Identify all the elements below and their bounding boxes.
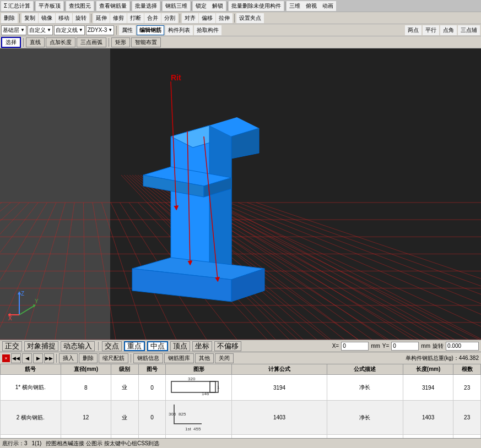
btn-lock[interactable]: 锁定 bbox=[193, 1, 209, 11]
btn-scale-rebar[interactable]: 缩尺配筋 bbox=[99, 353, 128, 363]
nav-last[interactable]: ▶▶ bbox=[44, 353, 54, 363]
table-row[interactable]: 2 横向钢筋. 12 业 0 306 825 1st 455 1403 净长 1… bbox=[1, 401, 481, 435]
sep1 bbox=[34, 2, 35, 10]
dropdown-zdyx[interactable]: ZDYX-3 ▼ bbox=[86, 25, 114, 35]
btn-edit-rebar[interactable]: 编辑钢筋 bbox=[137, 25, 164, 35]
btn-top-view[interactable]: 俯视 bbox=[303, 1, 320, 11]
btn-delete[interactable]: 删除 bbox=[1, 13, 18, 23]
btn-parallel[interactable]: 平行 bbox=[423, 25, 439, 35]
btn-rebar-lib[interactable]: 钢筋图库 bbox=[164, 353, 194, 363]
calc-icon: Σ bbox=[4, 3, 7, 9]
btn-trim[interactable]: 修剪 bbox=[110, 13, 127, 23]
btn-copy[interactable]: 复制 bbox=[21, 13, 38, 23]
svg-text:Z: Z bbox=[21, 291, 24, 297]
dropdown-layer[interactable]: 基础层 ▼ bbox=[1, 25, 26, 35]
dropdown-custom1[interactable]: 自定义 ▼ bbox=[28, 25, 53, 35]
btn-animation[interactable]: 动画 bbox=[320, 1, 336, 11]
btn-break[interactable]: 打断 bbox=[127, 13, 144, 23]
sep4-1 bbox=[23, 38, 24, 47]
dropdown-layer-arrow: ▼ bbox=[20, 28, 25, 32]
btn-line[interactable]: 直线 bbox=[26, 37, 45, 47]
btn-smart-place[interactable]: 智能布置 bbox=[131, 37, 161, 47]
viewport-3d[interactable]: Z Y X bbox=[0, 48, 481, 340]
btn-point-add-length[interactable]: 点加长度 bbox=[46, 37, 75, 47]
btn-rebar-3d[interactable]: 钢筋三维 bbox=[163, 1, 190, 11]
sep2-4 bbox=[234, 14, 235, 23]
rotate-label: 旋转 bbox=[433, 342, 444, 350]
sep6 bbox=[191, 2, 192, 10]
btn-ortho[interactable]: 正交 bbox=[2, 341, 22, 351]
btn-coord[interactable]: 坐标 bbox=[192, 341, 212, 351]
x-coord-label: X= bbox=[332, 343, 339, 349]
btn-dynamic-input[interactable]: 动态输入 bbox=[61, 341, 95, 351]
btn-midweight[interactable]: 重点 bbox=[124, 341, 145, 351]
btn-select[interactable]: 选择 bbox=[1, 37, 21, 48]
btn-unlock[interactable]: 解锁 bbox=[209, 1, 226, 11]
btn-offset[interactable]: 偏移 bbox=[199, 13, 215, 23]
btn-point-angle[interactable]: 点角 bbox=[440, 25, 457, 35]
btn-find-elem[interactable]: 查找图元 bbox=[66, 1, 94, 11]
dropdown-custom-line[interactable]: 自定义线 ▼ bbox=[54, 25, 85, 35]
sep2-1 bbox=[19, 14, 20, 23]
sep4 bbox=[131, 2, 131, 10]
nav-first[interactable]: ◀◀ bbox=[11, 353, 21, 363]
btn-view-rebar[interactable]: 查看钢筋量 bbox=[96, 1, 129, 11]
btn-extend[interactable]: 延伸 bbox=[93, 13, 110, 23]
y-coord-label: Y= bbox=[382, 343, 390, 349]
btn-close[interactable]: 关闭 bbox=[215, 353, 234, 363]
svg-text:1: 1 bbox=[217, 385, 220, 390]
data-table-container: 筋号 直径(mm) 级别 图号 图形 计算公式 公式描述 长度(mm) 根数 1… bbox=[0, 364, 481, 438]
btn-three-point[interactable]: 三点辅 bbox=[458, 25, 480, 35]
btn-other[interactable]: 其他 bbox=[195, 353, 214, 363]
dropdown-custom-line-arrow: ▼ bbox=[79, 28, 83, 32]
btn-stretch[interactable]: 拉伸 bbox=[216, 13, 233, 23]
btn-pick-component[interactable]: 拾取构件 bbox=[194, 25, 221, 35]
btn-summary-calc[interactable]: Σ汇总计算 bbox=[1, 1, 33, 11]
btn-snap[interactable]: 对象捕捉 bbox=[24, 341, 58, 351]
toolbar-row-3: 基础层 ▼ 自定义 ▼ 自定义线 ▼ ZDYX-3 ▼ 属性 编辑钢筋 构件列表… bbox=[0, 24, 481, 36]
y-coord-input[interactable] bbox=[391, 342, 419, 351]
btn-nav-delete[interactable]: 删除 bbox=[79, 353, 98, 363]
toolbar-row-4: 选择 直线 点加长度 三点画弧 矩形 智能布置 bbox=[0, 36, 481, 48]
btn-component-list[interactable]: 构件列表 bbox=[165, 25, 193, 35]
table-row[interactable]: 1* 横向钢筋. 8 业 0 320 146 1 3194 净长 3194 23 bbox=[1, 375, 481, 401]
btn-set-grip[interactable]: 设置夹点 bbox=[236, 13, 264, 23]
btn-move[interactable]: 移动 bbox=[56, 13, 72, 23]
btn-batch-select[interactable]: 批量选择 bbox=[132, 1, 160, 11]
btn-split[interactable]: 分割 bbox=[161, 13, 178, 23]
nav-bar: × ◀◀ ◀ ▶ ▶▶ 插入 删除 缩尺配筋 钢筋信息 钢筋图库 其他 关闭 单… bbox=[0, 352, 481, 364]
btn-mirror[interactable]: 镜像 bbox=[39, 13, 55, 23]
bottom-status-bar: 底行示：3 1(1) 控图相杰碱连接 公图示 按太键中心组CSS到选 bbox=[0, 438, 481, 448]
cell-formula: 3194 bbox=[232, 375, 327, 401]
sep7 bbox=[227, 2, 228, 10]
btn-insert[interactable]: 插入 bbox=[59, 353, 78, 363]
btn-no-offset[interactable]: 不偏移 bbox=[214, 341, 241, 351]
btn-vertex[interactable]: 顶点 bbox=[170, 341, 190, 351]
col-shape: 图形 bbox=[166, 364, 232, 375]
btn-3d-view[interactable]: 三维 bbox=[287, 1, 303, 11]
btn-rebar-info[interactable]: 钢筋信息 bbox=[133, 353, 163, 363]
btn-batch-delete[interactable]: 批量删除未使用构件 bbox=[229, 1, 284, 11]
x-coord-input[interactable] bbox=[341, 342, 369, 351]
btn-align[interactable]: 对齐 bbox=[182, 13, 198, 23]
btn-three-point-arc[interactable]: 三点画弧 bbox=[77, 37, 106, 47]
btn-rect[interactable]: 矩形 bbox=[111, 37, 130, 47]
axis-indicator: Z Y X bbox=[8, 290, 39, 320]
toolbar-row-2: 删除 复制 镜像 移动 旋转 延伸 修剪 打断 合并 分割 对齐 偏移 拉伸 设… bbox=[0, 12, 481, 24]
btn-properties[interactable]: 属性 bbox=[119, 25, 136, 35]
btn-rotate[interactable]: 旋转 bbox=[73, 13, 89, 23]
btn-intersection[interactable]: 交点 bbox=[102, 341, 122, 351]
btn-merge[interactable]: 合并 bbox=[144, 13, 161, 23]
cell-grade: 业 bbox=[111, 375, 139, 401]
nav-next[interactable]: ▶ bbox=[33, 353, 43, 363]
btn-two-point[interactable]: 两点 bbox=[405, 25, 421, 35]
btn-flat-top[interactable]: 平齐板顶 bbox=[36, 1, 63, 11]
cell-formula: 1403 bbox=[232, 401, 327, 435]
rotate-input[interactable] bbox=[446, 342, 479, 351]
col-diameter: 直径(mm) bbox=[61, 364, 111, 375]
sep3-1 bbox=[116, 26, 117, 35]
col-count: 根数 bbox=[453, 364, 481, 375]
nav-prev[interactable]: ◀ bbox=[22, 353, 32, 363]
btn-midpoint[interactable]: 中点 bbox=[147, 341, 168, 351]
close-button[interactable]: × bbox=[2, 354, 10, 362]
